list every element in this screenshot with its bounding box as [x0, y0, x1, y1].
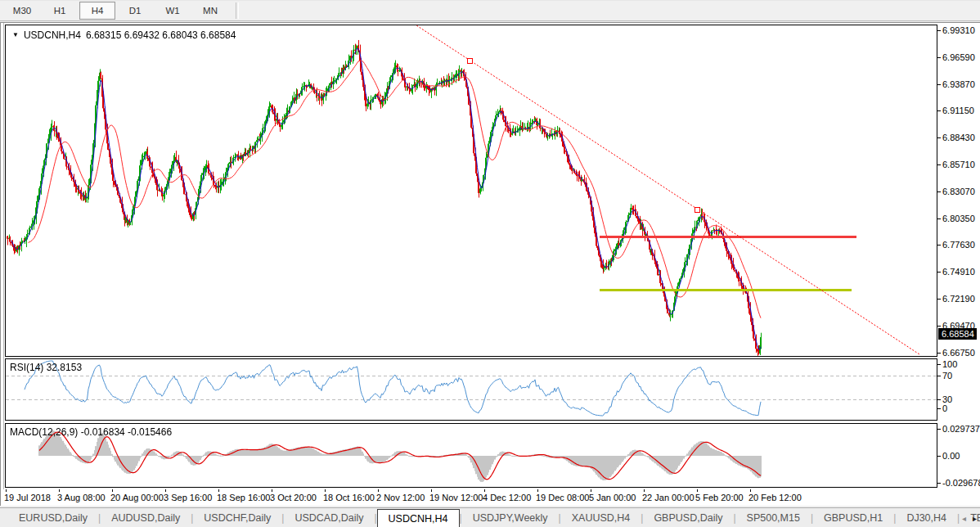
time-axis-label: 3 Sep 16:00 — [164, 493, 212, 502]
time-axis-label: 4 Dec 12:00 — [483, 493, 531, 502]
chevron-down-icon[interactable]: ▼ — [12, 31, 19, 39]
timeframe-button-h1[interactable]: H1 — [42, 2, 78, 20]
macd-label: MACD(12,26,9) -0.016834 -0.015466 — [10, 426, 172, 438]
time-axis-label: 2 Nov 12:00 — [376, 493, 425, 502]
current-price-badge: 6.68584 — [938, 328, 977, 340]
rsi-panel[interactable]: RSI(14) 32.8153 — [5, 358, 937, 421]
time-axis-tick — [218, 489, 219, 492]
rsi-axis-label: 70 — [942, 371, 952, 381]
time-axis-tick — [537, 489, 538, 492]
macd-axis-label: 0.00 — [942, 451, 960, 461]
time-axis-tick — [591, 489, 591, 492]
time-axis-label: 18 Oct 16:00 — [323, 493, 375, 502]
price-axis-label: 6.88430 — [942, 133, 975, 142]
tab-scroll-arrows: ◂▸ — [962, 508, 977, 527]
price-axis-label: 6.96590 — [942, 52, 975, 62]
time-axis-label: 19 Jul 2018 — [4, 493, 51, 502]
time-axis-tick — [750, 489, 751, 492]
chart-tab-usdcad[interactable]: USDCAD,Daily — [284, 508, 374, 527]
timeframe-button-h4[interactable]: H4 — [79, 2, 115, 20]
rsi-canvas[interactable] — [6, 359, 937, 420]
price-axis-label: 6.83070 — [942, 187, 975, 196]
chart-tab-audusd[interactable]: AUDUSD,Daily — [101, 508, 191, 527]
price-axis-label: 6.74910 — [942, 267, 975, 277]
macd-axis-label: 0.029737 — [942, 424, 980, 434]
price-axis-label: 6.99310 — [942, 25, 975, 35]
time-axis-tick — [484, 489, 485, 492]
time-axis-tick — [431, 489, 432, 492]
time-axis-tick — [112, 489, 113, 492]
chart-ohlc-values: 6.68315 6.69432 6.68043 6.68584 — [86, 29, 236, 41]
timeframe-button-m30[interactable]: M30 — [4, 2, 40, 20]
time-axis-tick — [644, 489, 645, 492]
macd-panel[interactable]: MACD(12,26,9) -0.016834 -0.015466 — [5, 423, 937, 488]
time-axis-tick — [165, 489, 166, 492]
price-axis-label: 6.93870 — [942, 79, 975, 89]
chart-title: ▼ USDCNH,H4 6.68315 6.69432 6.68043 6.68… — [12, 29, 236, 41]
chart-tab-dj30[interactable]: DJ30,H4 — [896, 508, 957, 527]
time-axis-tick — [325, 489, 326, 492]
chart-symbol-label: USDCNH,H4 — [24, 29, 81, 41]
chart-window: ▼ USDCNH,H4 6.68315 6.69432 6.68043 6.68… — [0, 22, 980, 506]
timeframe-button-mn[interactable]: MN — [192, 2, 228, 20]
time-axis-tick — [59, 489, 60, 492]
tab-scroll-left-icon[interactable]: ◂ — [962, 514, 966, 523]
time-axis-label: 20 Aug 00:00 — [110, 493, 164, 502]
time-axis-label: 22 Jan 00:00 — [642, 493, 695, 502]
time-axis-tick — [272, 489, 272, 492]
time-axis-tick — [378, 489, 379, 492]
chart-tab-xauusd[interactable]: XAUUSD,H4 — [561, 508, 641, 527]
chart-tab-eurusd[interactable]: EURUSD,Daily — [8, 508, 98, 527]
time-axis-label: 5 Jan 00:00 — [589, 493, 636, 502]
toolbar-separator — [236, 2, 239, 19]
time-axis-label: 19 Dec 08:00 — [536, 493, 589, 502]
time-axis: 19 Jul 20183 Aug 08:0020 Aug 00:003 Sep … — [1, 489, 980, 506]
timeframe-button-w1[interactable]: W1 — [155, 2, 191, 20]
time-axis-label: 3 Oct 20:00 — [270, 493, 317, 502]
mt4-window: M30H1H4D1W1MN ▼ USDCNH,H4 6.68315 6.6943… — [0, 0, 980, 527]
time-axis-label: 20 Feb 12:00 — [748, 493, 802, 502]
candlestick-chart-canvas[interactable] — [6, 25, 937, 356]
price-axis-label: 6.77630 — [942, 240, 975, 250]
chart-tab-usdjpy[interactable]: USDJPY,Weekly — [462, 508, 559, 527]
macd-axis-label: -0.029678 — [942, 478, 980, 488]
rsi-label: RSI(14) 32.8153 — [10, 362, 82, 373]
time-axis-label: 5 Feb 20:00 — [695, 493, 744, 502]
rsi-axis-label: 100 — [942, 359, 957, 369]
price-axis-label: 6.80350 — [942, 214, 975, 223]
price-axis-label: 6.91150 — [942, 106, 974, 115]
chart-tab-usdchf[interactable]: USDCHF,Daily — [193, 508, 281, 527]
time-axis-label: 18 Sep 16:00 — [217, 493, 270, 502]
chart-tab-gbpusd[interactable]: GBPUSD,H1 — [813, 508, 893, 527]
chart-tab-usdcnh[interactable]: USDCNH,H4 — [377, 509, 460, 527]
time-axis-label: 3 Aug 08:00 — [57, 493, 106, 502]
chart-tab-sp500[interactable]: SP500,M15 — [736, 508, 811, 527]
timeframe-button-d1[interactable]: D1 — [117, 2, 153, 20]
price-axis-label: 6.85710 — [942, 160, 975, 169]
timeframe-toolbar: M30H1H4D1W1MN — [0, 0, 980, 21]
window-left-groove — [3, 23, 4, 505]
chart-tabs-bar: EURUSD,Daily|AUDUSD,Daily|USDCHF,Daily|U… — [0, 507, 980, 527]
price-axis-label: 6.72190 — [942, 294, 975, 304]
rsi-axis-label: 0 — [942, 403, 947, 413]
price-axis: 6.993106.965906.938706.911506.884306.857… — [937, 23, 980, 489]
time-axis-tick — [6, 489, 7, 492]
chart-tab-gbpusd[interactable]: GBPUSD,Daily — [643, 508, 733, 527]
time-axis-label: 19 Nov 12:00 — [429, 493, 483, 502]
tab-scroll-right-icon[interactable]: ▸ — [973, 514, 977, 523]
main-chart-panel[interactable]: ▼ USDCNH,H4 6.68315 6.69432 6.68043 6.68… — [5, 25, 937, 357]
price-axis-label: 6.66750 — [942, 348, 975, 358]
time-axis-tick — [697, 489, 698, 492]
